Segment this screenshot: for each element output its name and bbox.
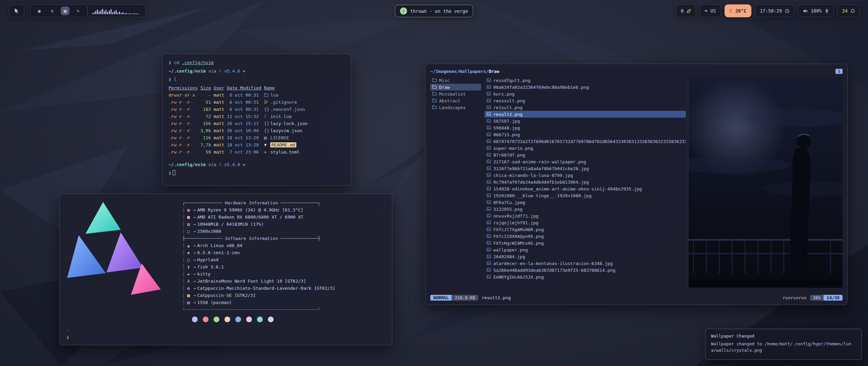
fetch-wm: │▢→Hyprland <box>182 256 335 263</box>
dir-name: Misc <box>439 78 450 83</box>
palette-dot <box>192 317 198 322</box>
file-item[interactable]: 587597.jpg <box>485 118 686 124</box>
fetch-window[interactable]: ┌────────────── Hardware Information ───… <box>59 194 392 345</box>
fetch-shell: │❯→fish 3.6.1 <box>182 263 335 270</box>
file-item[interactable]: resssult.png <box>485 97 686 104</box>
file-item[interactable]: chica-mirando-la-luna-8799.jpg <box>485 172 686 179</box>
file-item[interactable]: super-mario.png <box>485 145 686 151</box>
file-item[interactable]: 68747470733a2f2f696d616765732d7769786d70… <box>485 138 686 145</box>
dir-item-landscapes[interactable]: Landscapes <box>430 104 481 111</box>
file-item[interactable]: 596848.jpg <box>485 124 686 131</box>
file-item[interactable]: ressdfgult.png <box>485 77 686 84</box>
current-directory: ~/.config/nvim <box>169 68 206 74</box>
updates-widget[interactable]: 0 <box>676 4 696 17</box>
fetch-prompt[interactable]: ~ ❯ <box>66 327 69 341</box>
file-item[interactable]: 3126f7e9bbf21a8a4af0b67b041c6e26.jpg <box>485 165 686 172</box>
workspace-1[interactable]: ◉ <box>35 6 44 15</box>
file-item[interactable]: 87r687df.png <box>485 151 686 158</box>
file-item[interactable]: re1sult.png <box>485 104 686 111</box>
file-manager-window[interactable]: ~/Imagenes/Wallpapers/Draw 1 MiscDrawMin… <box>425 64 848 305</box>
box-left-border: │ <box>182 250 185 255</box>
file-name: ressdfgult.png <box>493 78 531 83</box>
file-item[interactable]: kurz.png <box>485 90 686 97</box>
hyprland-logo <box>66 201 165 303</box>
status-check-icon: ✔ <box>243 162 245 167</box>
file-name: EeNKYgIUcAAJ5JX.png <box>493 274 544 280</box>
file-item[interactable]: 0c794faf07de24a4db4d4fb1eb813964.jpg <box>485 179 686 185</box>
file-size: 51 <box>200 99 211 106</box>
arrow-icon: → <box>192 228 197 235</box>
gpu-value: AMD ATI Radeon RX 6800/6800 XT / 6900 XT <box>197 215 303 220</box>
file-item[interactable]: 866715.png <box>485 131 686 138</box>
file-item[interactable]: FXfcHgcWIAMzs0G.png <box>485 240 686 246</box>
image-file-icon <box>487 268 491 273</box>
shell-command-line: ❯ l <box>169 76 345 83</box>
font-icon: A <box>185 278 192 285</box>
file-item[interactable]: wallpaper.png <box>485 246 686 253</box>
file-item[interactable]: 154928-odinokoe_anime-art-anime-okno-sin… <box>485 185 686 192</box>
file-item[interactable]: atardecer-en-la-montanas-ilustracion-634… <box>485 260 686 267</box>
kernel-value: 6.5.8-zen1-1-zen <box>197 250 240 255</box>
file-item[interactable]: 217167-sad-anime-rain-wallpaper.png <box>485 158 686 165</box>
dir-item-draw[interactable]: Draw <box>430 84 481 90</box>
file-name: 587597.jpg <box>493 119 520 124</box>
file-row: drwxr-xr-x-matt 6 oct 00:31lua <box>169 92 345 99</box>
file-name: .neoconf.json <box>270 107 305 112</box>
current-directory: ~/.config/nvim <box>169 162 206 167</box>
file-item[interactable]: FXfcJlTXgAMvH6R.png <box>485 226 686 233</box>
visualizer-bar <box>94 12 95 14</box>
dir-name: Draw <box>439 85 450 90</box>
file-item[interactable]: 8FKa7Cu.jpeg <box>485 199 686 206</box>
dir-name: Minimalist <box>439 92 466 97</box>
visualizer-bar <box>138 14 139 14</box>
volume-widget[interactable]: 100% <box>798 4 834 17</box>
folder-icon <box>264 92 271 99</box>
file-permissions: .rw-r--r-- <box>169 134 200 141</box>
clock-time: 17:50:29 <box>760 8 782 14</box>
visualizer-bar <box>102 9 103 14</box>
perm-char: x <box>788 295 791 300</box>
workspace-2[interactable]: ∨ <box>48 6 57 15</box>
file-item[interactable]: rsjqojlmjhf91.jpg <box>485 219 686 226</box>
microphone-icon <box>825 9 829 13</box>
file-item[interactable]: nnvuv0xj2df71.jpg <box>485 212 686 219</box>
notification-popup[interactable]: Wallpaper Changed Wallpaper changed to /… <box>705 329 862 360</box>
file-date: 6 oct 00:31 <box>227 92 264 99</box>
file-row: .rw-r--r--72matt12 oct 15:32☾init.lua <box>169 113 345 120</box>
os-icon: ▲ <box>185 242 192 249</box>
keyboard-layout-widget[interactable]: ⌨US <box>699 4 721 17</box>
dir-item-misc[interactable]: Misc <box>430 77 481 84</box>
music-widget[interactable]: ♪thrown - on the verge <box>395 5 473 17</box>
workspace-3[interactable]: ▤ <box>61 6 70 15</box>
file-item[interactable]: 20492984.jpg <box>485 253 686 260</box>
file-owner: matt <box>214 92 227 99</box>
weather-widget[interactable]: ☾26°C <box>725 4 752 17</box>
notification-count: 24 <box>842 8 848 14</box>
notifications-widget[interactable]: 24 <box>837 4 860 17</box>
file-item[interactable]: 3122955.png <box>485 206 686 212</box>
dir-item-abstract[interactable]: Abstract <box>430 97 481 104</box>
cwd-status-line: ~/.config/nvim via ☾ v5.4.6 ✔ <box>169 67 345 75</box>
file-item[interactable]: 08a634fa02a32364f69ebc86a98eb1eb.png <box>485 84 686 90</box>
file-owner: matt <box>214 120 227 127</box>
resolution-value: 868x366 <box>197 229 221 234</box>
visualizer-bar <box>100 10 101 14</box>
visualizer-bar <box>121 13 122 14</box>
terminal-window[interactable]: ❯ cd .config/nvim ~/.config/nvim via ☾ v… <box>162 54 351 186</box>
shell-prompt-line[interactable]: ❯ <box>169 169 345 177</box>
file-permissions: .rw-r--r-- <box>169 148 200 156</box>
clock-widget[interactable]: 17:50:29 <box>755 4 794 17</box>
workspace-4[interactable]: ✎ <box>74 6 82 15</box>
file-name: 866715.png <box>493 132 520 137</box>
tab-indicator[interactable]: 1 <box>835 69 843 74</box>
file-item[interactable]: FXfcII0X0AQyn9X.png <box>485 233 686 240</box>
file-item[interactable]: EeNKYgIUcAAJ5JX.png <box>485 273 686 280</box>
file-owner: matt <box>214 113 227 120</box>
file-item[interactable]: 19201080-__blue-tinge__-1920×1080.jpg <box>485 192 686 199</box>
file-owner: matt <box>214 134 227 141</box>
file-item[interactable]: 5a266e448add93deab367d87173e9f25-6837886… <box>485 267 686 273</box>
visualizer-bar <box>109 11 110 14</box>
dir-item-minimalist[interactable]: Minimalist <box>430 90 481 97</box>
launcher-button[interactable] <box>9 4 24 17</box>
file-item[interactable]: result2.png <box>485 111 686 118</box>
